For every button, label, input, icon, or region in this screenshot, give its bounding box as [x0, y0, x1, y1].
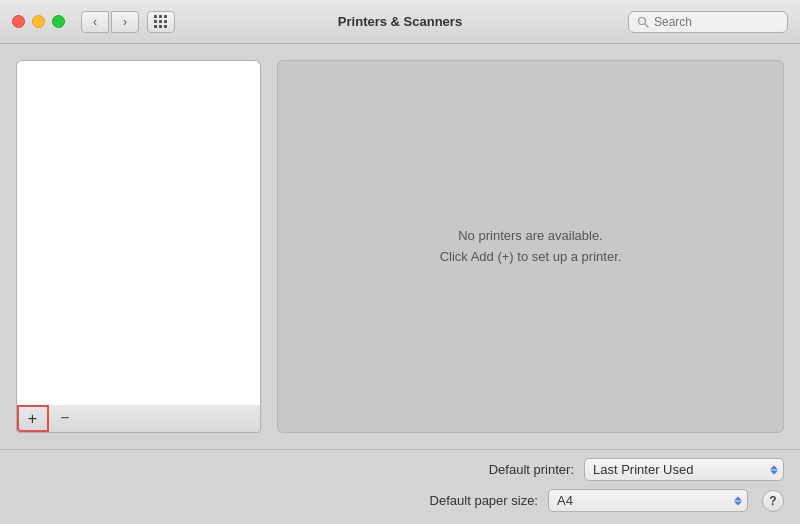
search-icon — [637, 16, 649, 28]
default-paper-label: Default paper size: — [398, 493, 538, 508]
help-icon: ? — [769, 494, 776, 508]
search-input[interactable] — [654, 15, 779, 29]
traffic-lights — [12, 15, 65, 28]
main-content: + − No printers are available. Click Add… — [0, 44, 800, 449]
svg-point-0 — [639, 17, 646, 24]
back-button[interactable]: ‹ — [81, 11, 109, 33]
back-icon: ‹ — [93, 15, 97, 29]
default-printer-select-wrapper: Last Printer Used — [584, 458, 784, 481]
maximize-button[interactable] — [52, 15, 65, 28]
default-printer-select[interactable]: Last Printer Used — [584, 458, 784, 481]
no-printers-line1: No printers are available. — [440, 226, 622, 247]
default-paper-select[interactable]: A4 — [548, 489, 748, 512]
default-printer-row: Default printer: Last Printer Used — [16, 458, 784, 481]
forward-button[interactable]: › — [111, 11, 139, 33]
titlebar: ‹ › Printers & Scanners — [0, 0, 800, 44]
close-button[interactable] — [12, 15, 25, 28]
right-panel: No printers are available. Click Add (+)… — [277, 60, 784, 433]
default-paper-row: Default paper size: A4 ? — [16, 489, 784, 512]
default-paper-select-wrapper: A4 — [548, 489, 748, 512]
grid-view-button[interactable] — [147, 11, 175, 33]
list-toolbar: + − — [16, 405, 261, 433]
plus-icon: + — [28, 411, 37, 427]
no-printers-message: No printers are available. Click Add (+)… — [440, 226, 622, 268]
printer-list — [16, 60, 261, 405]
forward-icon: › — [123, 15, 127, 29]
svg-line-1 — [645, 24, 648, 27]
bottom-bar: Default printer: Last Printer Used Defau… — [0, 449, 800, 524]
default-printer-label: Default printer: — [434, 462, 574, 477]
minus-icon: − — [60, 410, 69, 426]
nav-buttons: ‹ › — [81, 11, 139, 33]
add-printer-button[interactable]: + — [17, 405, 49, 432]
search-bar[interactable] — [628, 11, 788, 33]
window-title: Printers & Scanners — [338, 14, 462, 29]
remove-printer-button[interactable]: − — [49, 405, 81, 432]
no-printers-line2: Click Add (+) to set up a printer. — [440, 247, 622, 268]
help-button[interactable]: ? — [762, 490, 784, 512]
minimize-button[interactable] — [32, 15, 45, 28]
left-panel: + − — [16, 60, 261, 433]
grid-icon — [154, 15, 168, 29]
